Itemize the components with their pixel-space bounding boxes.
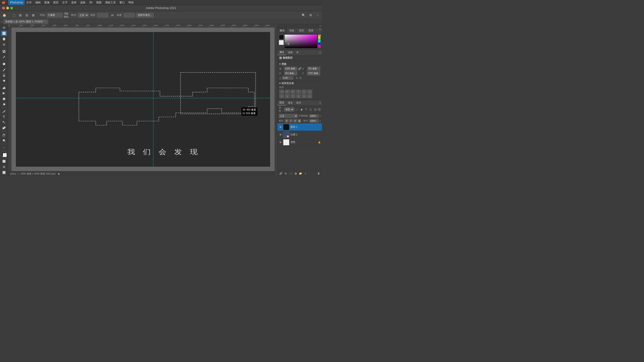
menu-view[interactable]: 视图 (94, 0, 103, 5)
tab-channels[interactable]: 通道 (286, 100, 294, 105)
menu-help[interactable]: 帮助 (126, 0, 136, 5)
extras-btn[interactable]: ··· (1, 145, 7, 150)
home-button[interactable]: 🏠 (1, 12, 7, 18)
text-btn[interactable]: T (1, 114, 7, 120)
layer-item-1[interactable]: 👁 (278, 131, 322, 139)
tab-swatches[interactable]: 色板 (287, 28, 297, 33)
distribute-center-h-btn[interactable]: ⦀ (285, 94, 290, 98)
menu-window[interactable]: 窗口 (118, 0, 126, 5)
link-layers-btn[interactable]: 🔗 (279, 171, 283, 175)
flip-v-btn[interactable]: ⇅ (299, 76, 302, 80)
add-style-btn[interactable]: fx (284, 171, 288, 175)
eraser-btn[interactable] (1, 85, 7, 90)
blur-btn[interactable] (1, 96, 7, 102)
menu-image[interactable]: 图像 (42, 0, 52, 5)
distribute-top-btn[interactable]: ⦀ (296, 94, 301, 98)
align-center-h-btn[interactable]: ⊢ (285, 90, 290, 94)
distribute-left-btn[interactable]: ⦀ (279, 94, 284, 98)
add-mask-btn[interactable]: ⬚ (289, 171, 293, 175)
flip-h-btn[interactable]: ⇆ (296, 76, 298, 80)
crop-tool-btn[interactable] (1, 49, 7, 54)
opacity-dropdown[interactable]: ▾ (320, 115, 321, 117)
layer-item-2[interactable]: 👁 背景 🔒 (278, 139, 322, 146)
layer-1-visibility[interactable]: 👁 (279, 133, 282, 136)
filter-adjust-btn[interactable]: ◑ (300, 107, 304, 111)
tab-gradient[interactable]: 渐变 (297, 28, 306, 33)
menu-layer[interactable]: 图层 (52, 0, 60, 5)
align-collapse-triangle[interactable]: ▾ (279, 82, 281, 85)
menu-filter[interactable]: 滤镜 (78, 0, 87, 5)
select-subject-button[interactable]: 选择并遮住... (136, 13, 154, 18)
pen-btn[interactable] (1, 109, 7, 114)
subtract-selection-btn[interactable]: ⊟ (24, 12, 30, 18)
tab-adjustments[interactable]: 调整 (286, 50, 294, 55)
brush-tool-btn[interactable] (1, 67, 7, 72)
menu-plugins[interactable]: 增效工具 (103, 0, 118, 5)
search-button[interactable]: 🔍 (300, 12, 306, 18)
foreground-swatch[interactable] (279, 35, 284, 40)
new-adjustment-btn[interactable]: ◑ (294, 171, 298, 175)
align-bottom-btn[interactable]: ⊥ (307, 90, 312, 94)
gradient-btn[interactable] (1, 91, 7, 96)
fill-dropdown[interactable]: ▾ (320, 120, 321, 122)
layer-0-visibility[interactable]: 👁 (279, 126, 282, 129)
background-color[interactable] (3, 153, 7, 157)
link-icon[interactable]: 🔗 (298, 67, 302, 70)
filter-toggle-btn[interactable] (318, 108, 321, 111)
lock-all-btn[interactable]: 🔒 (298, 119, 301, 123)
tab-library[interactable]: 库 (294, 50, 300, 55)
move-tool-btn[interactable] (1, 25, 7, 31)
lock-artboard-btn[interactable]: ⊕ (294, 119, 297, 123)
quick-select-btn[interactable] (1, 42, 7, 47)
menu-3d[interactable]: 3D (87, 0, 94, 5)
filter-pixel-btn[interactable]: ⬚ (295, 107, 299, 111)
props-panel-menu[interactable]: ☰ (319, 51, 322, 54)
align-center-v-btn[interactable]: ⊥ (302, 90, 306, 94)
panels-toggle[interactable]: » (1, 20, 3, 23)
feather-input[interactable] (47, 13, 62, 18)
marquee-tool-btn[interactable] (1, 31, 7, 36)
new-group-btn[interactable]: 📁 (298, 171, 302, 175)
collapse-triangle[interactable]: ▾ (279, 63, 281, 66)
lock-pixels-btn[interactable]: ⊞ (285, 119, 288, 123)
filter-text-btn[interactable]: T (304, 107, 308, 111)
background-swatch[interactable] (279, 40, 284, 45)
dodge-btn[interactable] (1, 102, 7, 107)
color-swatches[interactable] (1, 152, 7, 157)
color-panel-menu[interactable]: ☰ (319, 28, 322, 33)
lasso-tool-btn[interactable] (1, 36, 7, 42)
tab-close-btn[interactable]: × (46, 20, 47, 23)
quick-mask-btn[interactable] (1, 164, 7, 170)
tab-pattern[interactable]: 图案 (306, 28, 316, 33)
menu-file[interactable]: 文件 (24, 0, 34, 5)
anti-alias-btn[interactable]: 消除锯齿 (64, 12, 70, 18)
minimize-button[interactable] (6, 7, 9, 10)
tab-paths[interactable]: 路径 (294, 100, 303, 105)
align-left-btn[interactable]: ⊣ (279, 90, 284, 94)
opacity-input[interactable] (309, 114, 319, 118)
swap-dimensions-btn[interactable]: ⇄ (110, 12, 116, 18)
color-selector[interactable] (288, 43, 289, 45)
filter-type-select[interactable]: 类型 (284, 107, 294, 111)
arrange-btn[interactable]: ⧉ (308, 12, 314, 18)
collapse-panels-btn[interactable]: ≡ (320, 25, 321, 27)
fill-input[interactable] (309, 119, 319, 123)
h-value[interactable]: 451 像素 (284, 71, 297, 75)
path-select-btn[interactable] (1, 120, 7, 125)
add-selection-btn[interactable]: ⊞ (18, 12, 23, 18)
heal-brush-btn[interactable] (1, 61, 7, 67)
maximize-button[interactable] (10, 7, 13, 10)
style-select[interactable]: 正常 (78, 13, 89, 18)
blend-mode-select[interactable]: 正常 (279, 114, 298, 118)
layer-2-visibility[interactable]: 👁 (279, 141, 282, 144)
menu-photoshop[interactable]: Photoshop (8, 0, 24, 5)
height-input[interactable] (124, 13, 135, 18)
zoom-btn[interactable] (1, 138, 7, 143)
width-input[interactable] (97, 13, 108, 18)
align-right-btn[interactable]: ⊢ (290, 90, 296, 94)
apple-icon[interactable]: 🍎 (2, 1, 6, 4)
history-brush-btn[interactable] (1, 78, 7, 84)
share-btn[interactable]: ↑ (315, 12, 321, 18)
canvas-viewport[interactable]: 我 们 会 发 现 W: 455 像素 H: 533 像素 (12, 28, 274, 171)
hue-slider[interactable] (318, 35, 321, 48)
